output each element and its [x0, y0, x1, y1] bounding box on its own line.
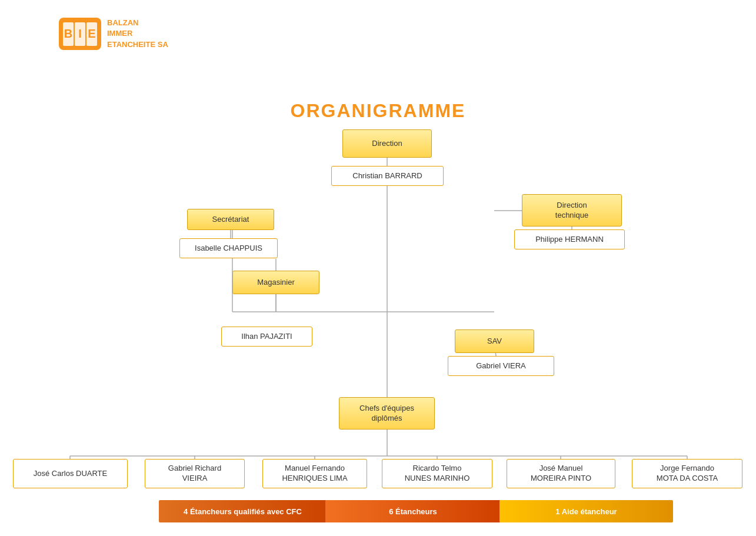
bar-etancheurs: 6 Étancheurs: [325, 500, 501, 522]
node-chefs-title: Chefs d'équipes diplômés: [339, 397, 435, 430]
node-magasinier-title: Magasinier: [232, 271, 319, 294]
node-direction-tech-title: Direction technique: [522, 194, 622, 227]
node-jorge-fernando: Jorge Fernando MOTA DA COSTA: [632, 459, 742, 488]
node-isabelle-chappuis: Isabelle CHAPPUIS: [179, 238, 278, 258]
node-direction-title: Direction: [342, 129, 432, 158]
bar-aide-etancheur: 1 Aide étancheur: [499, 500, 673, 522]
node-sav-title: SAV: [455, 329, 534, 353]
node-christian-barrard: Christian BARRARD: [331, 166, 444, 186]
logo-letter-b: B: [63, 22, 74, 46]
node-jose-manuel: José Manuel MOREIRA PINTO: [507, 459, 615, 488]
logo-icon: B I E: [59, 18, 101, 50]
logo-letter-e: E: [86, 22, 97, 46]
node-manuel-fernando: Manuel Fernando HENRIQUES LIMA: [262, 459, 367, 488]
node-secretariat-title: Secrétariat: [187, 209, 274, 230]
node-philippe-hermann: Philippe HERMANN: [514, 229, 625, 249]
page-title: ORGANIGRAMME: [0, 100, 756, 122]
node-gabriel-viera: Gabriel VIERA: [448, 356, 554, 376]
node-gabriel-richard-vieira: Gabriel Richard VIEIRA: [145, 459, 245, 488]
node-jose-carlos-duarte: José Carlos DUARTE: [13, 459, 128, 488]
bar-etancheurs-cfc: 4 Étancheurs qualifiés avec CFC: [159, 500, 327, 522]
logo-area: B I E BALZAN IMMER ETANCHEITE SA: [59, 18, 168, 50]
company-name: BALZAN IMMER ETANCHEITE SA: [107, 18, 168, 50]
node-ilhan-pajaziti: Ilhan PAJAZITI: [221, 327, 312, 347]
node-ricardo-telmo: Ricardo Telmo NUNES MARINHO: [382, 459, 492, 488]
logo-letter-i: I: [75, 22, 85, 46]
